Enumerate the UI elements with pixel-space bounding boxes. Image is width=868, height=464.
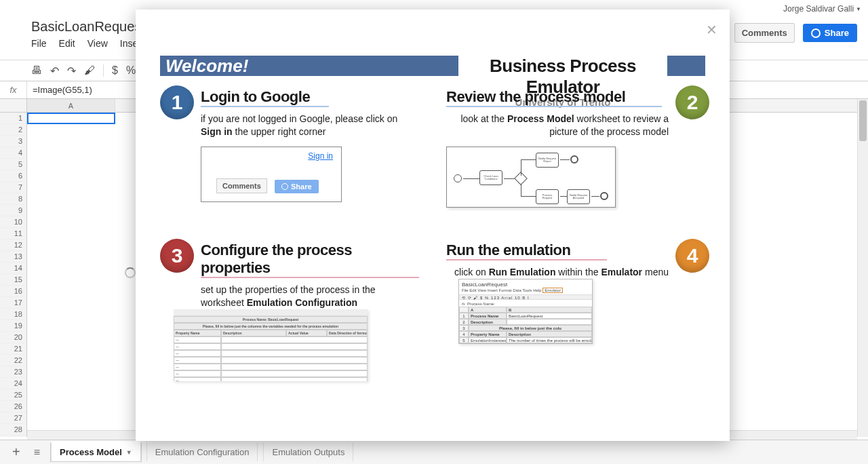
user-menu[interactable]: Jorge Saldivar Galli ▼ xyxy=(783,4,861,14)
welcome-modal: ✕ Welcome! Business Process Emulator Uni… xyxy=(136,9,730,441)
mini-menubar: File Edit View Insert Format Data Tools … xyxy=(459,288,592,293)
fx-label: fx xyxy=(0,81,27,98)
step-number-1: 1 xyxy=(160,85,194,119)
t: Please, fill in below just the colu xyxy=(469,325,592,331)
share-button-label: Share xyxy=(825,28,849,38)
t: Emulator xyxy=(601,267,642,277)
percent-icon[interactable]: % xyxy=(126,64,136,77)
row-header[interactable]: 5 xyxy=(0,159,26,170)
user-name: Jorge Saldivar Galli xyxy=(783,4,854,14)
row-header[interactable]: 6 xyxy=(0,170,26,182)
share-button[interactable]: Share xyxy=(803,24,857,42)
row-header[interactable]: 10 xyxy=(0,216,26,228)
globe-icon xyxy=(811,28,821,38)
row-header[interactable]: 11 xyxy=(0,228,26,239)
row-header[interactable]: 17 xyxy=(0,297,26,309)
sheet-bar: + ≡ Process Model ▼ Emulation Configurat… xyxy=(0,440,868,464)
signin-link-mini: Sign in xyxy=(308,151,333,161)
currency-icon[interactable]: $ xyxy=(112,64,118,77)
t xyxy=(221,336,368,343)
sheet-tab-emulation-outputs[interactable]: Emulation Outputs xyxy=(263,443,353,461)
step-3-text: set up the properties of the process in … xyxy=(201,284,419,309)
row-header[interactable]: 12 xyxy=(0,239,26,251)
t xyxy=(221,343,368,350)
row-header[interactable]: 8 xyxy=(0,193,26,205)
t xyxy=(221,357,368,364)
menu-view[interactable]: View xyxy=(87,38,108,49)
row-header[interactable]: 21 xyxy=(0,343,26,355)
globe-icon xyxy=(281,183,288,190)
t: Process Name: BasicLoanRequest xyxy=(174,316,368,323)
t: Actual Value xyxy=(286,330,327,336)
sheet-tab-label: Process Model xyxy=(60,447,122,457)
t: fx xyxy=(462,302,465,306)
row-header[interactable]: 27 xyxy=(0,412,26,424)
row-header[interactable]: 20 xyxy=(0,332,26,343)
row-header[interactable]: 7 xyxy=(0,182,26,193)
step-number-4: 4 xyxy=(675,239,709,273)
step-3-illustration: Process Name: BasicLoanRequest Please, f… xyxy=(174,309,368,381)
step-2: 2 Review the process model look at the P… xyxy=(446,88,705,208)
menu-file[interactable]: File xyxy=(31,38,47,49)
t: Please, fill in below just the columns t… xyxy=(174,323,368,330)
row-headers: 1234567891011121314151617181920212223242… xyxy=(0,113,27,437)
close-icon[interactable]: ✕ xyxy=(706,22,717,38)
caret-down-icon: ▼ xyxy=(856,6,861,12)
t: Process Model xyxy=(507,113,574,124)
column-header-A[interactable]: A xyxy=(27,99,115,112)
bpmn-task: Notify Request Reject xyxy=(536,153,559,168)
row-header[interactable]: 1 xyxy=(0,113,26,124)
select-all-corner[interactable] xyxy=(0,99,27,113)
row-header[interactable]: 9 xyxy=(0,205,26,216)
print-icon[interactable]: 🖶 xyxy=(31,64,42,77)
bpmn-edge xyxy=(591,196,599,197)
bpmn-task: Process Request xyxy=(536,189,559,204)
sheet-tab-process-model[interactable]: Process Model ▼ xyxy=(51,443,141,461)
vertical-scrollbar[interactable] xyxy=(857,99,868,437)
row-header[interactable]: 16 xyxy=(0,286,26,297)
row-header[interactable]: 2 xyxy=(0,124,26,136)
row-header[interactable]: 25 xyxy=(0,389,26,401)
step-3-title: Configure the process properties xyxy=(201,241,419,278)
row-header[interactable]: 23 xyxy=(0,366,26,378)
t: Property Name xyxy=(469,331,507,337)
row-header[interactable]: 13 xyxy=(0,251,26,263)
comments-button[interactable]: Comments xyxy=(734,23,795,43)
t: Description xyxy=(221,330,286,336)
t: B xyxy=(507,307,592,313)
t: 1 xyxy=(459,313,469,319)
bpmn-edge xyxy=(463,178,479,179)
document-title[interactable]: BasicLoanReques xyxy=(31,19,141,35)
t: — xyxy=(174,370,221,377)
row-header[interactable]: 19 xyxy=(0,320,26,332)
row-header[interactable]: 14 xyxy=(0,263,26,274)
welcome-heading: Welcome! xyxy=(160,56,458,76)
bpmn-edge xyxy=(521,159,536,160)
paint-format-icon[interactable]: 🖌 xyxy=(84,64,95,77)
row-header[interactable]: 28 xyxy=(0,424,26,436)
row-header[interactable]: 26 xyxy=(0,401,26,412)
bpmn-edge xyxy=(560,159,570,160)
row-header[interactable]: 15 xyxy=(0,274,26,286)
caret-down-icon: ▼ xyxy=(126,449,132,456)
step-4-title: Run the emulation xyxy=(446,241,607,260)
share-mini: Share xyxy=(275,180,319,193)
row-header[interactable]: 24 xyxy=(0,378,26,389)
t: Emulation Configuration xyxy=(247,297,357,308)
all-sheets-button[interactable]: ≡ xyxy=(28,446,45,459)
active-cell xyxy=(27,113,115,124)
redo-icon[interactable]: ↷ xyxy=(67,64,76,77)
row-header[interactable]: 18 xyxy=(0,309,26,320)
add-sheet-button[interactable]: + xyxy=(7,444,26,460)
row-header[interactable]: 22 xyxy=(0,355,26,366)
undo-icon[interactable]: ↶ xyxy=(50,64,59,77)
row-header[interactable]: 4 xyxy=(0,147,26,159)
t xyxy=(221,377,368,381)
scroll-thumb[interactable] xyxy=(859,100,867,141)
t: Share xyxy=(291,182,312,191)
sheet-tab-emulation-config[interactable]: Emulation Configuration xyxy=(146,443,258,461)
t: 2 xyxy=(459,319,469,325)
decorative-block xyxy=(667,56,705,76)
menu-edit[interactable]: Edit xyxy=(59,38,75,49)
row-header[interactable]: 3 xyxy=(0,136,26,147)
